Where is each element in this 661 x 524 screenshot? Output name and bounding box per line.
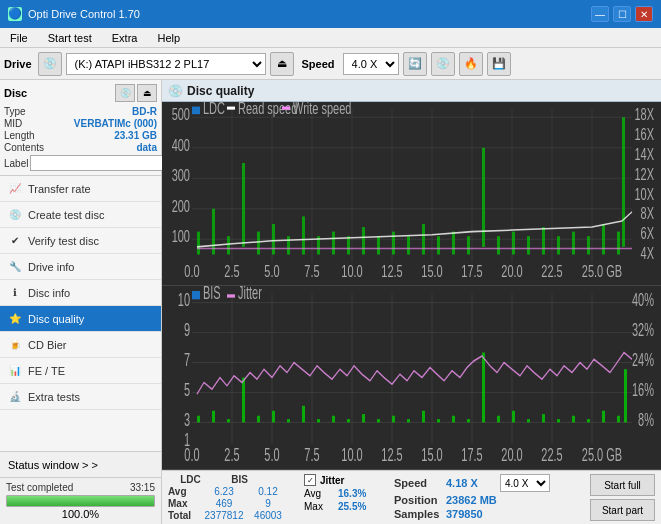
drive-info-icon: 🔧 [8, 260, 22, 274]
jitter-label: Jitter [320, 475, 344, 486]
svg-rect-39 [542, 227, 545, 254]
close-button[interactable]: ✕ [635, 6, 653, 22]
svg-text:7.5: 7.5 [304, 444, 319, 465]
nav-verify-test-disc-label: Verify test disc [28, 235, 99, 247]
status-time: 33:15 [130, 482, 155, 493]
disc-contents-value: data [136, 142, 157, 153]
svg-rect-95 [242, 378, 245, 423]
start-full-button[interactable]: Start full [590, 474, 655, 496]
nav-disc-quality[interactable]: ⭐ Disc quality [0, 306, 161, 332]
drive-select[interactable]: (K:) ATAPI iHBS312 2 PL17 [66, 53, 266, 75]
ldc-bis-stats: LDC BIS Avg 6.23 0.12 Max 469 9 Total 23… [168, 474, 288, 521]
nav-disc-info[interactable]: ℹ Disc info [0, 280, 161, 306]
nav-create-test-disc-label: Create test disc [28, 209, 104, 221]
svg-rect-111 [482, 353, 485, 423]
eject-button[interactable]: ⏏ [270, 52, 294, 76]
stats-header-row: LDC BIS [168, 474, 288, 485]
nav-disc-quality-label: Disc quality [28, 313, 84, 325]
menu-help[interactable]: Help [151, 31, 186, 45]
save-button[interactable]: 💾 [487, 52, 511, 76]
disc-button[interactable]: 💿 [431, 52, 455, 76]
nav-drive-info[interactable]: 🔧 Drive info [0, 254, 161, 280]
stats-max-row: Max 469 9 [168, 498, 288, 509]
svg-rect-92 [197, 416, 200, 423]
start-part-button[interactable]: Start part [590, 499, 655, 521]
disc-section-title: Disc [4, 87, 27, 99]
svg-text:200: 200 [172, 196, 190, 215]
svg-rect-98 [287, 419, 290, 422]
svg-rect-34 [467, 236, 470, 254]
svg-text:0.0: 0.0 [184, 262, 199, 281]
nav-verify-test-disc[interactable]: ✔ Verify test disc [0, 228, 161, 254]
svg-text:7.5: 7.5 [304, 262, 319, 281]
svg-text:LDC: LDC [203, 102, 225, 118]
svg-text:12X: 12X [634, 164, 654, 183]
content-area: 💿 Disc quality [162, 80, 661, 524]
maximize-button[interactable]: ☐ [613, 6, 631, 22]
nav-drive-info-label: Drive info [28, 261, 74, 273]
disc-info-icon: ℹ [8, 286, 22, 300]
svg-text:Read speed: Read speed [238, 102, 297, 118]
svg-rect-21 [272, 224, 275, 255]
create-test-disc-icon: 💿 [8, 208, 22, 222]
nav-transfer-rate[interactable]: 📈 Transfer rate [0, 176, 161, 202]
menu-file[interactable]: File [4, 31, 34, 45]
burn-button[interactable]: 🔥 [459, 52, 483, 76]
disc-label-row: Label ✎ [4, 155, 157, 171]
chart-upper: 500 400 300 200 100 18X 16X 14X 12X 10X … [162, 102, 661, 286]
svg-rect-112 [497, 416, 500, 423]
nav-extra-tests[interactable]: 🔬 Extra tests [0, 384, 161, 410]
svg-text:BIS: BIS [203, 286, 221, 303]
svg-text:6X: 6X [641, 224, 655, 243]
fe-te-icon: 📊 [8, 364, 22, 378]
disc-length-label: Length [4, 130, 35, 141]
svg-rect-35 [482, 148, 485, 247]
speed-select[interactable]: 4.0 X [343, 53, 399, 75]
disc-label-input[interactable] [30, 155, 163, 171]
svg-text:15.0: 15.0 [421, 262, 442, 281]
svg-text:Jitter: Jitter [238, 286, 262, 303]
svg-rect-72 [227, 107, 235, 110]
status-window-label: Status window > > [8, 459, 98, 471]
disc-eject-button[interactable]: ⏏ [137, 84, 157, 102]
nav-fe-te-label: FE / TE [28, 365, 65, 377]
lower-chart-svg: 10 9 7 5 3 1 40% 32% 24% 16% 8% 0.0 2.5 … [162, 286, 661, 469]
svg-rect-120 [617, 416, 620, 423]
svg-rect-97 [272, 411, 275, 423]
status-window-button[interactable]: Status window > > [0, 452, 161, 478]
svg-text:16X: 16X [634, 125, 654, 144]
extra-tests-icon: 🔬 [8, 390, 22, 404]
stats-area: LDC BIS Avg 6.23 0.12 Max 469 9 Total 23… [162, 470, 661, 524]
svg-text:Write speed: Write speed [293, 102, 351, 118]
title-bar: 🔵 Opti Drive Control 1.70 — ☐ ✕ [0, 0, 661, 28]
title-bar-controls: — ☐ ✕ [591, 6, 653, 22]
menu-extra[interactable]: Extra [106, 31, 144, 45]
minimize-button[interactable]: — [591, 6, 609, 22]
stats-max-bis: 9 [248, 498, 288, 509]
svg-rect-105 [392, 416, 395, 423]
nav-create-test-disc[interactable]: 💿 Create test disc [0, 202, 161, 228]
nav-cd-bier[interactable]: 🍺 CD Bier [0, 332, 161, 358]
disc-mid-row: MID VERBATIMc (000) [4, 118, 157, 129]
menu-start-test[interactable]: Start test [42, 31, 98, 45]
jitter-max-label: Max [304, 501, 334, 512]
position-row: Position 23862 MB [394, 494, 550, 506]
drive-icon-btn[interactable]: 💿 [38, 52, 62, 76]
jitter-checkbox[interactable]: ✓ [304, 474, 316, 486]
stats-total-bis: 46003 [248, 510, 288, 521]
main-layout: Disc 💿 ⏏ Type BD-R MID VERBATIMc (000) L… [0, 80, 661, 524]
chart-lower: 10 9 7 5 3 1 40% 32% 24% 16% 8% 0.0 2.5 … [162, 286, 661, 470]
svg-rect-20 [257, 232, 260, 255]
svg-text:9: 9 [184, 319, 190, 340]
svg-text:0.0: 0.0 [184, 444, 199, 465]
speed-stat-select[interactable]: 4.0 X [500, 474, 550, 492]
jitter-header-row: ✓ Jitter [304, 474, 378, 486]
nav-fe-te[interactable]: 📊 FE / TE [0, 358, 161, 384]
refresh-button[interactable]: 🔄 [403, 52, 427, 76]
panel-icon: 💿 [168, 84, 183, 98]
svg-text:12.5: 12.5 [381, 444, 402, 465]
svg-text:18X: 18X [634, 105, 654, 124]
stats-avg-ldc: 6.23 [204, 486, 244, 497]
svg-rect-94 [227, 419, 230, 422]
svg-text:17.5: 17.5 [461, 444, 482, 465]
